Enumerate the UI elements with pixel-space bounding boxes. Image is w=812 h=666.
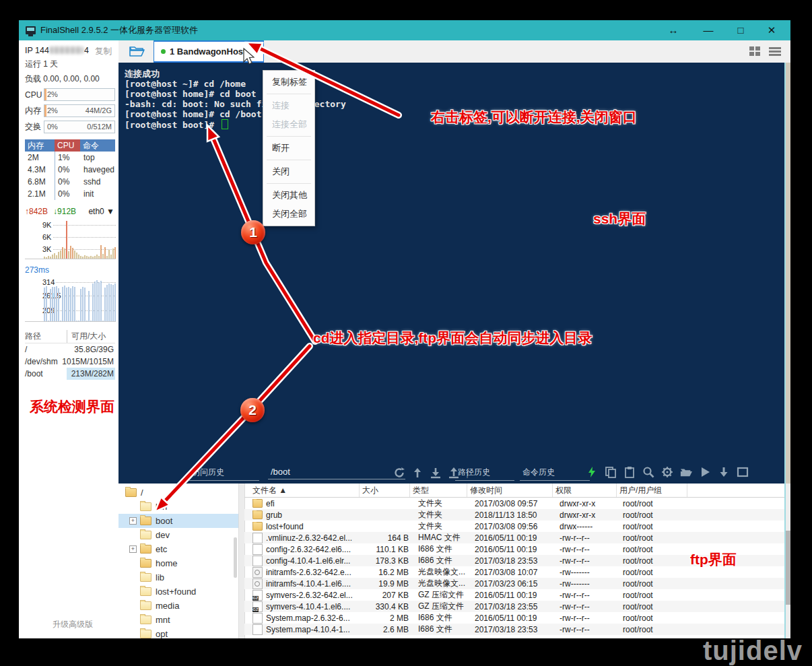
bar	[76, 321, 77, 321]
file-row[interactable]: System.map-4.10.4-1...2.6 MBI686 文件2017/…	[244, 624, 786, 635]
download-icon[interactable]	[430, 467, 442, 479]
file-row[interactable]: .vmlinuz-2.6.32-642.el...164 BHMAC 文件201…	[244, 532, 786, 543]
paste-icon[interactable]	[623, 466, 636, 478]
menu-item-连接全部: 连接全部	[263, 115, 314, 134]
search-icon[interactable]	[642, 466, 654, 478]
disc-icon	[252, 578, 263, 589]
open-connection-folder-icon[interactable]	[129, 44, 145, 58]
file-name: symvers-4.10.4-1.el6....	[266, 602, 350, 611]
file-row[interactable]: config-4.10.4-1.el6.elr...178.3 KBI686 文…	[244, 555, 786, 566]
disk-row: /35.8G/39G	[25, 343, 115, 356]
tree-item-etc[interactable]: +etc	[119, 542, 238, 556]
file-name: lost+found	[266, 522, 304, 531]
tree-item-lib[interactable]: lib	[119, 570, 238, 585]
file-row[interactable]: grub文件夹2018/11/13 18:50drwxr-xr-xroot/ro…	[244, 509, 786, 521]
ssh-terminal[interactable]: 连接成功[root@host ~]# cd /home[root@host ho…	[119, 63, 786, 469]
open-folder-icon[interactable]	[680, 466, 692, 478]
sync-lightning-icon[interactable]	[586, 466, 598, 478]
tree-item-mnt[interactable]: mnt	[119, 613, 238, 627]
process-row[interactable]: 2.1M0%init	[25, 188, 115, 200]
tab-bandwagonhost[interactable]: 1 BandwagonHost	[154, 40, 264, 63]
tree-item-media[interactable]: media	[119, 599, 238, 613]
maximize-button[interactable]: □	[726, 20, 755, 40]
tree-item-home[interactable]: home	[119, 556, 238, 570]
menu-item-关闭全部[interactable]: 关闭全部	[263, 205, 314, 224]
file-row[interactable]: symvers-2.6.32-642.el...207 KBGZ 压缩文件201…	[244, 589, 786, 601]
bar	[54, 253, 55, 259]
copy-icon[interactable]	[605, 466, 617, 478]
bar	[54, 287, 55, 321]
list-menu-icon[interactable]	[769, 47, 781, 57]
interface-selector[interactable]: eth0 ▼	[88, 207, 114, 216]
ftp-scrollbar[interactable]	[784, 484, 790, 638]
bar	[106, 256, 108, 259]
disk-row: /dev/shm1015M/1015M	[25, 356, 115, 368]
menu-item-复制标签[interactable]: 复制标签	[263, 73, 314, 92]
bar	[96, 255, 98, 259]
folder-icon	[140, 531, 151, 539]
close-button[interactable]: ✕	[757, 20, 786, 40]
tree-scrollbar[interactable]	[234, 537, 237, 578]
minimize-button[interactable]: —	[693, 20, 723, 40]
file-row[interactable]: lost+found文件夹2017/03/08 09:56drwx------r…	[244, 521, 786, 532]
process-row[interactable]: 6.8M0%sshd	[25, 176, 115, 188]
menu-item-关闭其他[interactable]: 关闭其他	[263, 186, 314, 205]
refresh-icon[interactable]	[393, 467, 405, 479]
menu-separator	[267, 94, 311, 94]
tree-item-lost+found[interactable]: lost+found	[119, 585, 238, 599]
window-icon[interactable]	[737, 466, 749, 478]
file-row[interactable]: System.map-2.6.32-6...2 MBI686 文件2016/05…	[244, 612, 786, 624]
file-row[interactable]: symvers-4.10.4-1.el6....330.4 KBGZ 压缩文件2…	[244, 601, 786, 612]
memory-label: 内存	[25, 105, 44, 116]
app-icon	[26, 26, 36, 34]
visit-history-dropdown[interactable]: 访问历史	[189, 466, 259, 481]
file-icon	[252, 613, 263, 624]
menu-item-关闭[interactable]: 关闭	[263, 162, 314, 181]
tree-item-/[interactable]: /	[119, 486, 238, 500]
copy-ip-button[interactable]: 复制	[95, 46, 112, 57]
graph-bars	[44, 218, 115, 259]
tree-item-dev[interactable]: dev	[119, 528, 238, 542]
file-row[interactable]: initramfs-2.6.32-642.e...16.2 MB光盘映像文...…	[244, 566, 786, 578]
file-col-header[interactable]: 权限	[553, 484, 617, 497]
terminal-line: [root@host home]# cd boot	[125, 89, 786, 99]
process-row[interactable]: 4.3M0%haveged	[25, 164, 115, 176]
file-col-header[interactable]: 用户/用户组	[617, 484, 687, 497]
resize-icon[interactable]: ↔	[658, 20, 688, 40]
tree-item-boot[interactable]: +boot	[119, 514, 238, 528]
bar	[88, 257, 90, 259]
path-history-dropdown[interactable]: 路径历史	[455, 466, 514, 481]
file-col-header[interactable]: 文件名 ▲	[250, 484, 360, 497]
swap-progressbar: 0% 0/512M	[44, 121, 115, 133]
upgrade-link[interactable]: 升级高级版	[53, 619, 93, 630]
settings-gear-icon[interactable]	[661, 466, 673, 478]
process-row[interactable]: 2M1%top	[25, 152, 115, 164]
expander-icon[interactable]: +	[129, 517, 137, 525]
menu-separator	[267, 160, 311, 160]
file-row[interactable]: config-2.6.32-642.el6....110.1 KBI686 文件…	[244, 543, 786, 555]
run-play-icon[interactable]	[699, 466, 711, 478]
folder-icon	[140, 559, 151, 568]
col-cpu: CPU	[55, 139, 80, 152]
bar	[60, 321, 61, 321]
tree-item-opt[interactable]: opt	[119, 627, 238, 638]
terminal-cursor	[222, 119, 228, 129]
terminal-line: 连接成功	[125, 69, 786, 79]
tree-item-bin[interactable]: bin	[119, 500, 238, 514]
file-col-header[interactable]: 类型	[410, 484, 467, 497]
terminal-scrollbar[interactable]	[784, 63, 790, 484]
file-col-header[interactable]: 大小	[360, 484, 410, 497]
ip-blurred	[50, 46, 83, 54]
file-row[interactable]: efi文件夹2017/03/08 09:57drwxr-xr-xroot/roo…	[244, 498, 786, 509]
expander-icon[interactable]: +	[129, 545, 137, 553]
bar	[64, 286, 65, 321]
menu-item-断开[interactable]: 断开	[263, 139, 314, 158]
grid-view-icon[interactable]	[749, 46, 761, 57]
command-history-dropdown[interactable]: 命令历史	[520, 466, 590, 481]
file-row[interactable]: initramfs-4.10.4-1.el6....19.9 MB光盘映像文..…	[244, 578, 786, 589]
parent-directory-icon[interactable]	[411, 467, 424, 479]
col-command: 命令	[80, 139, 115, 152]
path-input[interactable]: /boot	[268, 466, 405, 479]
download-arrow-icon[interactable]	[718, 466, 730, 478]
file-col-header[interactable]: 修改时间	[467, 484, 553, 497]
